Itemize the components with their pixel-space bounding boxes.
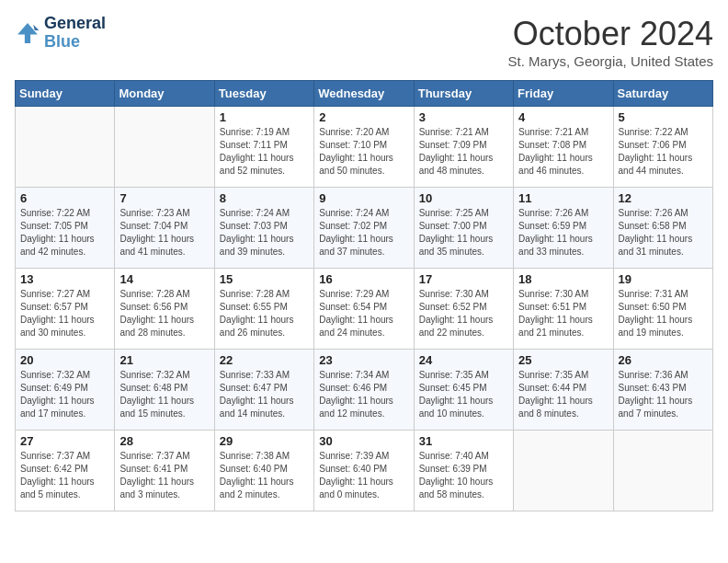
day-info: Sunrise: 7:19 AMSunset: 7:11 PMDaylight:… — [220, 126, 309, 178]
week-row-5: 27Sunrise: 7:37 AMSunset: 6:42 PMDayligh… — [16, 431, 713, 511]
day-info: Sunrise: 7:30 AMSunset: 6:52 PMDaylight:… — [419, 288, 508, 339]
header-cell-friday: Friday — [514, 81, 613, 107]
day-number: 29 — [220, 434, 309, 448]
day-cell: 23Sunrise: 7:34 AMSunset: 6:46 PMDayligh… — [314, 350, 414, 431]
day-cell: 22Sunrise: 7:33 AMSunset: 6:47 PMDayligh… — [214, 350, 313, 431]
header-cell-tuesday: Tuesday — [214, 81, 313, 107]
day-cell: 21Sunrise: 7:32 AMSunset: 6:48 PMDayligh… — [115, 350, 214, 431]
day-info: Sunrise: 7:38 AMSunset: 6:40 PMDaylight:… — [220, 450, 309, 501]
day-cell: 2Sunrise: 7:20 AMSunset: 7:10 PMDaylight… — [314, 107, 414, 188]
day-number: 21 — [119, 353, 209, 367]
day-number: 16 — [319, 272, 408, 286]
day-cell: 25Sunrise: 7:35 AMSunset: 6:44 PMDayligh… — [514, 350, 613, 431]
day-cell: 26Sunrise: 7:36 AMSunset: 6:43 PMDayligh… — [613, 350, 712, 431]
day-info: Sunrise: 7:32 AMSunset: 6:48 PMDaylight:… — [119, 369, 209, 420]
day-number: 20 — [20, 353, 109, 367]
day-number: 25 — [518, 353, 608, 367]
day-number: 8 — [220, 191, 309, 205]
day-number: 3 — [419, 110, 508, 124]
day-info: Sunrise: 7:20 AMSunset: 7:10 PMDaylight:… — [319, 126, 408, 178]
day-info: Sunrise: 7:28 AMSunset: 6:55 PMDaylight:… — [220, 288, 309, 339]
day-info: Sunrise: 7:30 AMSunset: 6:51 PMDaylight:… — [518, 288, 608, 339]
day-info: Sunrise: 7:33 AMSunset: 6:47 PMDaylight:… — [220, 369, 309, 420]
calendar-body: 1Sunrise: 7:19 AMSunset: 7:11 PMDaylight… — [16, 107, 713, 511]
day-info: Sunrise: 7:26 AMSunset: 6:58 PMDaylight:… — [619, 207, 708, 259]
day-info: Sunrise: 7:21 AMSunset: 7:09 PMDaylight:… — [419, 126, 508, 178]
day-info: Sunrise: 7:35 AMSunset: 6:44 PMDaylight:… — [518, 369, 608, 420]
week-row-1: 1Sunrise: 7:19 AMSunset: 7:11 PMDaylight… — [16, 107, 713, 188]
header-cell-thursday: Thursday — [414, 81, 513, 107]
day-number: 6 — [20, 191, 109, 205]
day-cell: 27Sunrise: 7:37 AMSunset: 6:42 PMDayligh… — [16, 431, 115, 511]
day-cell: 18Sunrise: 7:30 AMSunset: 6:51 PMDayligh… — [514, 269, 613, 350]
day-number: 2 — [319, 110, 408, 124]
day-info: Sunrise: 7:25 AMSunset: 7:00 PMDaylight:… — [419, 207, 508, 259]
day-number: 28 — [119, 434, 209, 448]
day-number: 30 — [319, 434, 408, 448]
day-info: Sunrise: 7:31 AMSunset: 6:50 PMDaylight:… — [619, 288, 708, 339]
week-row-4: 20Sunrise: 7:32 AMSunset: 6:49 PMDayligh… — [16, 350, 713, 431]
day-cell — [514, 431, 613, 511]
day-cell: 12Sunrise: 7:26 AMSunset: 6:58 PMDayligh… — [613, 188, 712, 269]
day-info: Sunrise: 7:35 AMSunset: 6:45 PMDaylight:… — [419, 369, 508, 420]
day-info: Sunrise: 7:21 AMSunset: 7:08 PMDaylight:… — [518, 126, 608, 178]
day-cell: 30Sunrise: 7:39 AMSunset: 6:40 PMDayligh… — [314, 431, 414, 511]
logo-icon — [15, 20, 40, 46]
calendar-table: SundayMondayTuesdayWednesdayThursdayFrid… — [15, 80, 713, 511]
day-info: Sunrise: 7:39 AMSunset: 6:40 PMDaylight:… — [319, 450, 408, 501]
logo-line2: Blue — [44, 33, 106, 52]
day-number: 9 — [319, 191, 408, 205]
day-cell: 4Sunrise: 7:21 AMSunset: 7:08 PMDaylight… — [514, 107, 613, 188]
day-number: 1 — [220, 110, 309, 124]
title-area: October 2024 St. Marys, Georgia, United … — [508, 15, 713, 69]
day-info: Sunrise: 7:29 AMSunset: 6:54 PMDaylight:… — [319, 288, 408, 339]
day-number: 4 — [518, 110, 608, 124]
week-row-3: 13Sunrise: 7:27 AMSunset: 6:57 PMDayligh… — [16, 269, 713, 350]
day-cell: 10Sunrise: 7:25 AMSunset: 7:00 PMDayligh… — [414, 188, 513, 269]
day-number: 13 — [20, 272, 109, 286]
day-number: 15 — [220, 272, 309, 286]
month-title: October 2024 — [508, 15, 713, 53]
day-cell: 6Sunrise: 7:22 AMSunset: 7:05 PMDaylight… — [16, 188, 115, 269]
day-info: Sunrise: 7:34 AMSunset: 6:46 PMDaylight:… — [319, 369, 408, 420]
day-cell: 13Sunrise: 7:27 AMSunset: 6:57 PMDayligh… — [16, 269, 115, 350]
day-info: Sunrise: 7:27 AMSunset: 6:57 PMDaylight:… — [20, 288, 109, 339]
day-info: Sunrise: 7:22 AMSunset: 7:05 PMDaylight:… — [20, 207, 109, 259]
logo: General Blue — [15, 15, 106, 52]
day-info: Sunrise: 7:37 AMSunset: 6:42 PMDaylight:… — [20, 450, 109, 501]
day-cell: 28Sunrise: 7:37 AMSunset: 6:41 PMDayligh… — [115, 431, 214, 511]
day-number: 14 — [119, 272, 209, 286]
day-info: Sunrise: 7:24 AMSunset: 7:02 PMDaylight:… — [319, 207, 408, 259]
day-number: 18 — [518, 272, 608, 286]
header-cell-saturday: Saturday — [613, 81, 712, 107]
day-number: 12 — [619, 191, 708, 205]
day-cell: 5Sunrise: 7:22 AMSunset: 7:06 PMDaylight… — [613, 107, 712, 188]
header-cell-sunday: Sunday — [16, 81, 115, 107]
day-cell: 9Sunrise: 7:24 AMSunset: 7:02 PMDaylight… — [314, 188, 414, 269]
day-cell: 20Sunrise: 7:32 AMSunset: 6:49 PMDayligh… — [16, 350, 115, 431]
day-cell: 16Sunrise: 7:29 AMSunset: 6:54 PMDayligh… — [314, 269, 414, 350]
day-number: 24 — [419, 353, 508, 367]
day-number: 5 — [619, 110, 708, 124]
logo-line1: General — [44, 15, 106, 33]
day-info: Sunrise: 7:23 AMSunset: 7:04 PMDaylight:… — [119, 207, 209, 259]
day-number: 22 — [220, 353, 309, 367]
day-number: 17 — [419, 272, 508, 286]
day-info: Sunrise: 7:40 AMSunset: 6:39 PMDaylight:… — [419, 450, 508, 501]
day-cell: 19Sunrise: 7:31 AMSunset: 6:50 PMDayligh… — [613, 269, 712, 350]
header-cell-monday: Monday — [115, 81, 214, 107]
week-row-2: 6Sunrise: 7:22 AMSunset: 7:05 PMDaylight… — [16, 188, 713, 269]
day-cell: 29Sunrise: 7:38 AMSunset: 6:40 PMDayligh… — [214, 431, 313, 511]
day-number: 10 — [419, 191, 508, 205]
day-number: 11 — [518, 191, 608, 205]
day-cell: 17Sunrise: 7:30 AMSunset: 6:52 PMDayligh… — [414, 269, 513, 350]
day-number: 19 — [619, 272, 708, 286]
day-cell: 1Sunrise: 7:19 AMSunset: 7:11 PMDaylight… — [214, 107, 313, 188]
page-header: General Blue October 2024 St. Marys, Geo… — [15, 15, 713, 69]
day-cell: 14Sunrise: 7:28 AMSunset: 6:56 PMDayligh… — [115, 269, 214, 350]
day-number: 7 — [119, 191, 209, 205]
day-info: Sunrise: 7:32 AMSunset: 6:49 PMDaylight:… — [20, 369, 109, 420]
day-cell — [115, 107, 214, 188]
day-cell — [16, 107, 115, 188]
logo-text: General Blue — [44, 15, 106, 52]
